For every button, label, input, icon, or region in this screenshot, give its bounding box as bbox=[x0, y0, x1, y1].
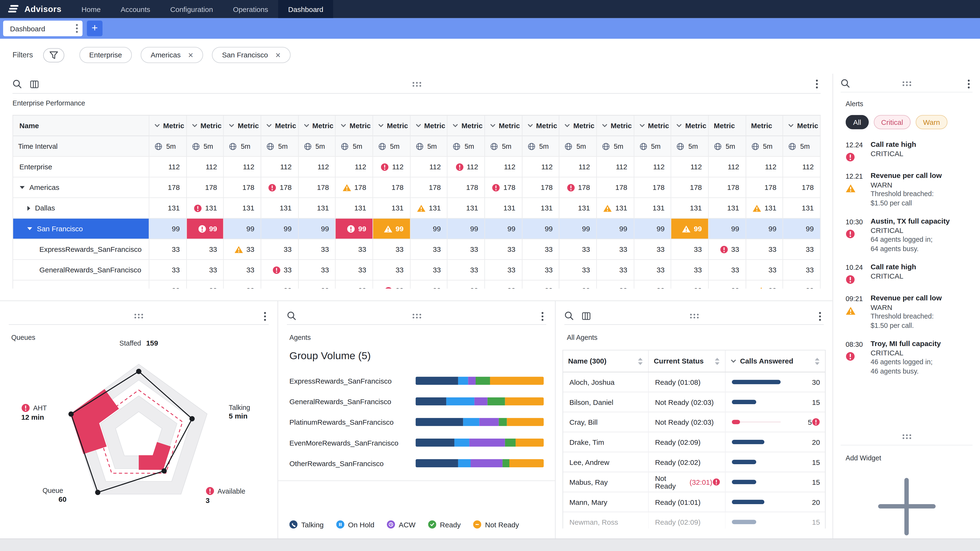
caret-right-icon[interactable] bbox=[27, 205, 30, 211]
metric-cell[interactable]: 33 bbox=[410, 281, 448, 289]
row-generalrewards-sanfrancisco[interactable]: GeneralRewards_SanFrancisco bbox=[13, 260, 149, 281]
agent-row-bilson-daniel[interactable]: Bilson, DanielNot Ready (02:03)15 bbox=[563, 392, 825, 412]
metric-cell[interactable]: 99 bbox=[149, 219, 187, 239]
metric-cell[interactable]: 112 bbox=[224, 157, 261, 178]
group-volume-bar[interactable] bbox=[415, 377, 544, 385]
metric-cell[interactable]: 33 bbox=[187, 239, 224, 260]
metric-cell[interactable]: 33 bbox=[261, 281, 299, 289]
metric-cell[interactable]: 112 bbox=[448, 157, 485, 178]
metric-cell[interactable]: 33 bbox=[634, 239, 671, 260]
chevron-down-icon[interactable] bbox=[378, 124, 384, 127]
metric-cell[interactable]: 131 bbox=[448, 198, 485, 219]
metric-cell[interactable]: 33 bbox=[187, 281, 224, 289]
metric-cell[interactable]: 131 bbox=[485, 198, 522, 219]
col-header-metric[interactable]: Metric bbox=[187, 116, 224, 136]
col-header-metric[interactable]: Metric bbox=[709, 116, 746, 136]
metric-cell[interactable]: 99 bbox=[783, 219, 821, 239]
row-expressrewards-sanfrancisco[interactable]: ExpressRewards_SanFrancisco bbox=[13, 239, 149, 260]
metric-cell[interactable]: 131 bbox=[671, 198, 709, 219]
add-tab-button[interactable]: + bbox=[87, 21, 102, 36]
col-header-metric[interactable]: Metric bbox=[746, 116, 783, 136]
kebab-menu-icon[interactable] bbox=[816, 79, 818, 89]
col-header-metric[interactable]: Metric bbox=[149, 116, 187, 136]
metric-cell[interactable]: 112 bbox=[783, 157, 821, 178]
metric-cell[interactable]: 178 bbox=[783, 178, 821, 198]
filter-button[interactable] bbox=[43, 48, 64, 62]
col-header-metric[interactable]: Metric bbox=[671, 116, 709, 136]
legend-item-talking[interactable]: Talking bbox=[289, 520, 323, 529]
metric-cell[interactable]: 33 bbox=[746, 281, 783, 289]
interval-cell[interactable]: 5m bbox=[373, 136, 410, 157]
chevron-down-icon[interactable] bbox=[602, 124, 608, 127]
columns-icon[interactable] bbox=[30, 79, 39, 89]
metric-cell[interactable]: 178 bbox=[224, 178, 261, 198]
alerts-filter-critical[interactable]: Critical bbox=[873, 115, 910, 129]
metric-cell[interactable]: 33 bbox=[373, 239, 410, 260]
interval-cell[interactable]: 5m bbox=[448, 136, 485, 157]
metric-cell[interactable]: 33 bbox=[671, 281, 709, 289]
nav-item-operations[interactable]: Operations bbox=[223, 0, 278, 18]
drag-handle-icon[interactable] bbox=[902, 433, 912, 440]
chevron-down-icon[interactable] bbox=[453, 124, 458, 127]
sort-icon[interactable] bbox=[637, 357, 643, 365]
metric-cell[interactable]: 131 bbox=[746, 198, 783, 219]
sort-icon[interactable] bbox=[714, 357, 720, 365]
nav-item-accounts[interactable]: Accounts bbox=[111, 0, 160, 18]
agent-row-mann-mary[interactable]: Mann, MaryReady (01:01)20 bbox=[563, 492, 825, 512]
group-volume-bar[interactable] bbox=[415, 438, 544, 447]
metric-cell[interactable]: 178 bbox=[709, 178, 746, 198]
agent-row-drake-tim[interactable]: Drake, TimReady (02:09)20 bbox=[563, 432, 825, 453]
chevron-down-icon[interactable] bbox=[676, 124, 682, 127]
alert-item[interactable]: 10.24Call rate highCRITICAL bbox=[846, 263, 975, 284]
metric-cell[interactable]: 33 bbox=[560, 260, 597, 281]
caret-down-icon[interactable] bbox=[27, 227, 33, 230]
metric-cell[interactable]: 131 bbox=[597, 198, 634, 219]
metric-cell[interactable]: 112 bbox=[671, 157, 709, 178]
col-header-metric[interactable]: Metric bbox=[224, 116, 261, 136]
metric-cell[interactable]: 33 bbox=[149, 281, 187, 289]
metric-cell[interactable]: 99 bbox=[299, 219, 336, 239]
metric-cell[interactable]: 33 bbox=[783, 239, 821, 260]
interval-cell[interactable]: 5m bbox=[187, 136, 224, 157]
alert-item[interactable]: 10:30Austin, TX full capacityCRITICAL64 … bbox=[846, 218, 975, 253]
interval-cell[interactable]: 5m bbox=[336, 136, 373, 157]
metric-cell[interactable]: 33 bbox=[373, 281, 410, 289]
col-header-name[interactable]: Name bbox=[13, 116, 149, 136]
metric-cell[interactable]: 33 bbox=[560, 281, 597, 289]
metric-cell[interactable]: 33 bbox=[709, 281, 746, 289]
metric-cell[interactable]: 33 bbox=[746, 260, 783, 281]
chevron-down-icon[interactable] bbox=[192, 124, 197, 127]
row-enterprise[interactable]: Enterprise bbox=[13, 157, 149, 178]
search-icon[interactable] bbox=[287, 311, 296, 321]
nav-item-dashboard[interactable]: Dashboard bbox=[278, 0, 334, 18]
metric-cell[interactable]: 178 bbox=[597, 178, 634, 198]
metric-cell[interactable]: 112 bbox=[522, 157, 560, 178]
metric-cell[interactable]: 33 bbox=[485, 239, 522, 260]
search-icon[interactable] bbox=[565, 311, 574, 321]
metric-cell[interactable]: 99 bbox=[709, 219, 746, 239]
col-header-metric[interactable]: Metric bbox=[560, 116, 597, 136]
col-header-metric[interactable]: Metric bbox=[485, 116, 522, 136]
chevron-down-icon[interactable] bbox=[639, 124, 645, 127]
interval-cell[interactable]: 5m bbox=[224, 136, 261, 157]
metric-cell[interactable]: 131 bbox=[410, 198, 448, 219]
metric-cell[interactable]: 131 bbox=[149, 198, 187, 219]
alerts-filter-warn[interactable]: Warn bbox=[916, 115, 947, 129]
metric-cell[interactable]: 33 bbox=[224, 260, 261, 281]
chevron-down-icon[interactable] bbox=[527, 124, 533, 127]
legend-item-on-hold[interactable]: On Hold bbox=[336, 520, 374, 529]
metric-cell[interactable]: 99 bbox=[485, 219, 522, 239]
metric-cell[interactable]: 99 bbox=[187, 219, 224, 239]
row-dallas[interactable]: Dallas bbox=[13, 198, 149, 219]
agent-row-mabus-ray[interactable]: Mabus, RayNot Ready(32:01)15 bbox=[563, 472, 825, 492]
metric-cell[interactable]: 33 bbox=[448, 239, 485, 260]
alerts-filter-all[interactable]: All bbox=[846, 115, 869, 129]
metric-cell[interactable]: 178 bbox=[485, 178, 522, 198]
metric-cell[interactable]: 131 bbox=[783, 198, 821, 219]
metric-cell[interactable]: 112 bbox=[709, 157, 746, 178]
metric-cell[interactable]: 99 bbox=[634, 219, 671, 239]
interval-cell[interactable]: 5m bbox=[485, 136, 522, 157]
drag-handle-icon[interactable] bbox=[412, 81, 422, 87]
metric-cell[interactable]: 33 bbox=[522, 260, 560, 281]
metric-cell[interactable]: 131 bbox=[299, 198, 336, 219]
